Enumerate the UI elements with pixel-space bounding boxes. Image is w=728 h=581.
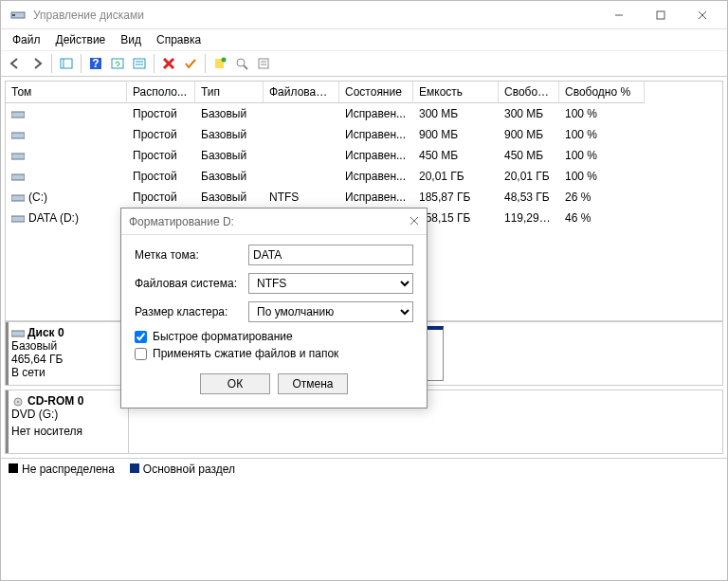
col-capacity[interactable]: Емкость — [413, 82, 499, 103]
col-type[interactable]: Тип — [195, 82, 264, 103]
dialog-title: Форматирование D: — [129, 215, 234, 228]
volume-icon — [11, 172, 25, 181]
label-cluster: Размер кластера: — [135, 305, 248, 318]
svg-rect-27 — [11, 195, 25, 201]
checkbox-quick-format[interactable] — [135, 331, 147, 343]
forward-icon[interactable] — [27, 53, 47, 74]
svg-line-19 — [244, 65, 247, 69]
svg-rect-23 — [11, 112, 25, 118]
label-quick-format: Быстрое форматирование — [153, 330, 293, 343]
cdrom-name: CD-ROM 0 — [27, 394, 83, 408]
check-icon[interactable] — [180, 53, 201, 74]
table-row[interactable]: (C:)ПростойБазовыйNTFSИсправен...185,87 … — [6, 187, 722, 208]
table-row[interactable]: ПростойБазовыйИсправен...450 МБ450 МБ100… — [6, 145, 722, 166]
volume-icon — [11, 151, 25, 160]
label-filesystem: Файловая система: — [135, 277, 248, 290]
delete-icon[interactable] — [158, 53, 179, 74]
disk-icon — [11, 328, 25, 337]
disk-0-size: 465,64 ГБ — [11, 353, 122, 366]
volume-icon — [11, 192, 25, 202]
svg-rect-24 — [11, 133, 25, 138]
svg-rect-11 — [134, 59, 145, 68]
disk-0-name: Диск 0 — [27, 326, 64, 339]
label-volume: Метка тома: — [135, 248, 248, 262]
table-row[interactable]: ПростойБазовыйИсправен...20,01 ГБ20,01 Г… — [6, 166, 722, 187]
refresh-icon[interactable] — [107, 53, 128, 74]
minimize-button[interactable] — [598, 1, 640, 29]
svg-rect-28 — [11, 216, 25, 222]
svg-point-18 — [237, 59, 245, 66]
legend-unallocated: Не распределена — [9, 463, 115, 476]
svg-rect-10 — [112, 59, 123, 68]
svg-text:?: ? — [92, 57, 99, 70]
window-title: Управление дисками — [31, 9, 598, 22]
legend-primary: Основной раздел — [130, 463, 235, 476]
maximize-button[interactable] — [640, 1, 682, 29]
show-hide-icon[interactable] — [56, 53, 77, 74]
svg-rect-29 — [11, 331, 25, 336]
svg-rect-25 — [11, 154, 25, 159]
svg-point-31 — [17, 401, 19, 403]
format-dialog: Форматирование D: Метка тома: Файловая с… — [120, 208, 428, 409]
col-layout[interactable]: Располо... — [127, 82, 195, 103]
properties-icon[interactable] — [253, 53, 274, 74]
col-status[interactable]: Состояние — [339, 82, 413, 103]
back-icon[interactable] — [5, 53, 26, 74]
volume-icon — [11, 213, 25, 223]
menubar: Файл Действие Вид Справка — [1, 29, 727, 50]
svg-rect-1 — [12, 14, 15, 16]
svg-rect-20 — [259, 59, 268, 68]
menu-view[interactable]: Вид — [113, 31, 149, 48]
search-icon[interactable] — [231, 53, 252, 74]
svg-rect-26 — [11, 174, 25, 180]
close-button[interactable] — [682, 1, 723, 29]
col-free[interactable]: Свобод... — [499, 82, 559, 103]
disk-0-label[interactable]: Диск 0 Базовый 465,64 ГБ В сети — [6, 322, 129, 385]
cancel-button[interactable]: Отмена — [278, 373, 348, 394]
legend: Не распределена Основной раздел — [1, 458, 727, 480]
table-row[interactable]: ПростойБазовыйИсправен...300 МБ300 МБ100… — [6, 103, 722, 124]
checkbox-compress[interactable] — [135, 348, 147, 360]
volume-icon — [11, 109, 25, 118]
list-icon[interactable] — [129, 53, 150, 74]
select-cluster[interactable]: По умолчанию — [248, 301, 413, 322]
cdrom-label[interactable]: CD-ROM 0 DVD (G:) Нет носителя — [6, 390, 129, 453]
dialog-titlebar[interactable]: Форматирование D: — [121, 209, 427, 235]
svg-rect-6 — [61, 59, 72, 68]
col-volume[interactable]: Том — [6, 82, 127, 103]
disk-0-status: В сети — [11, 366, 122, 379]
svg-rect-3 — [657, 11, 664, 19]
help-icon[interactable]: ? — [85, 53, 106, 74]
titlebar: Управление дисками — [1, 1, 727, 29]
label-compress: Применять сжатие файлов и папок — [153, 347, 338, 360]
cdrom-icon — [11, 396, 25, 406]
volume-grid-header: Том Располо... Тип Файловая с... Состоян… — [5, 81, 723, 103]
col-fs[interactable]: Файловая с... — [264, 82, 339, 103]
cdrom-sub: DVD (G:) — [11, 408, 122, 421]
col-pct[interactable]: Свободно % — [559, 82, 645, 103]
volume-icon — [11, 130, 25, 139]
cdrom-nomedia: Нет носителя — [11, 425, 122, 438]
svg-point-17 — [222, 58, 227, 63]
ok-button[interactable]: ОК — [200, 373, 270, 394]
menu-file[interactable]: Файл — [5, 31, 48, 48]
menu-action[interactable]: Действие — [48, 31, 114, 48]
disk-0-type: Базовый — [11, 339, 122, 353]
app-icon — [10, 8, 26, 23]
input-volume-label[interactable] — [248, 245, 413, 265]
dialog-close-icon[interactable] — [410, 215, 419, 228]
toolbar: ? — [1, 50, 727, 77]
select-filesystem[interactable]: NTFS — [248, 273, 413, 294]
table-row[interactable]: ПростойБазовыйИсправен...900 МБ900 МБ100… — [6, 124, 722, 145]
new-icon[interactable] — [209, 53, 230, 74]
menu-help[interactable]: Справка — [149, 31, 209, 48]
